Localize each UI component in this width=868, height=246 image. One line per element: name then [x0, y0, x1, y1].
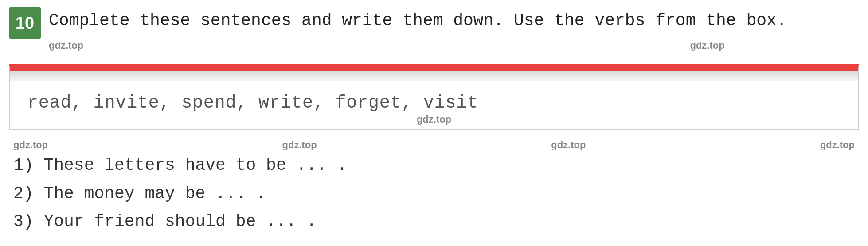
- watermark-5: gdz.top: [551, 139, 586, 151]
- task-number: 10: [9, 7, 41, 39]
- sentence-3: 3) Your friend should be ... .: [13, 210, 855, 233]
- watermarks-row: gdz.top gdz.top gdz.top gdz.top: [13, 139, 855, 151]
- watermark-4: gdz.top: [282, 139, 317, 151]
- task-instruction: Complete these sentences and write them …: [49, 7, 859, 56]
- watermark-box: gdz.top: [417, 114, 451, 125]
- watermark-3: gdz.top: [13, 139, 48, 151]
- sentence-2: 2) The money may be ... .: [13, 182, 855, 205]
- task-header: 10 Complete these sentences and write th…: [9, 4, 859, 56]
- gradient-stripe: [10, 71, 858, 81]
- instruction-text: Complete these sentences and write them …: [49, 11, 787, 30]
- verb-list: read, invite, spend, write, forget, visi…: [27, 93, 841, 113]
- watermark-1: gdz.top: [49, 40, 83, 51]
- verb-box: read, invite, spend, write, forget, visi…: [9, 64, 859, 130]
- sentence-1: 1) These letters have to be ... .: [13, 154, 855, 177]
- sentences-section: gdz.top gdz.top gdz.top gdz.top 1) These…: [9, 139, 859, 233]
- watermark-2: gdz.top: [690, 40, 724, 51]
- red-stripe: [10, 67, 858, 71]
- page-container: 10 Complete these sentences and write th…: [9, 4, 859, 246]
- watermark-6: gdz.top: [820, 139, 855, 151]
- verb-box-inner: read, invite, spend, write, forget, visi…: [10, 81, 858, 129]
